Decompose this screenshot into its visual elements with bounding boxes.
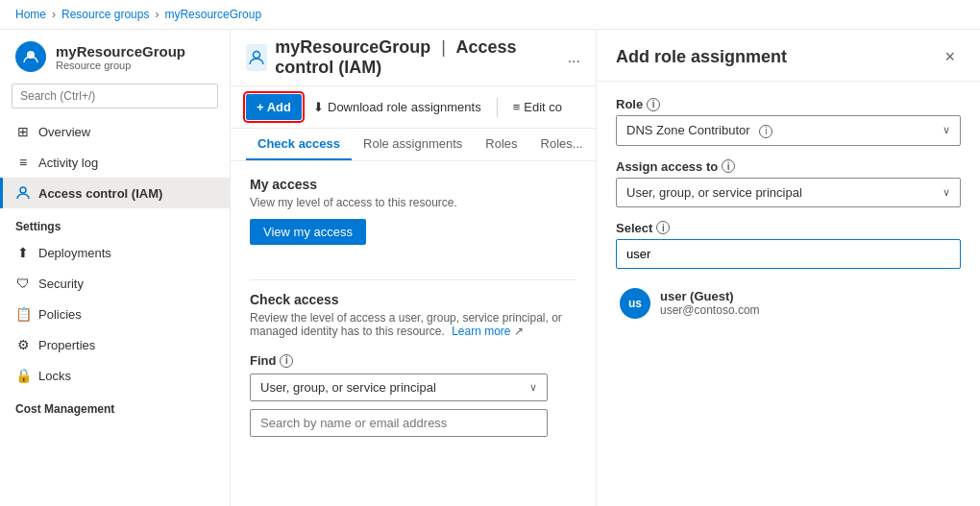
tab-roles2[interactable]: Roles... [529, 129, 595, 160]
sidebar-nav: ⊞ Overview ≡ Activity log Access control… [0, 116, 230, 506]
role-info-icon: i [647, 98, 660, 111]
assign-info-icon: i [722, 159, 735, 173]
svg-point-2 [254, 52, 260, 59]
external-link-icon: ↗ [514, 325, 524, 338]
panel-title: Add role assignment [616, 47, 787, 67]
my-access-title: My access [250, 177, 576, 192]
page-header: myResourceGroup | Access control (IAM) .… [231, 30, 596, 86]
sidebar-item-label-overview: Overview [38, 125, 90, 139]
select-info-icon: i [656, 221, 670, 234]
access-control-icon [15, 185, 31, 201]
panel-close-button[interactable]: × [939, 45, 961, 69]
assign-select-value: User, group, or service principal [626, 185, 802, 200]
find-chevron-icon: ∨ [529, 381, 537, 394]
download-label: Download role assignments [328, 100, 481, 114]
sidebar-title-block: myResourceGroup Resource group [56, 43, 185, 71]
role-select[interactable]: DNS Zone Contributor i ∨ [616, 115, 961, 146]
result-item[interactable]: us user (Guest) user@contoso.com [616, 280, 961, 326]
check-access-section: Check access Review the level of access … [250, 292, 576, 338]
cost-section-label: Cost Management [0, 391, 230, 420]
toolbar: + Add ⬇ Download role assignments ≡ Edit… [231, 86, 596, 129]
add-button[interactable]: + Add [246, 94, 302, 120]
find-info-icon: i [280, 354, 293, 368]
sidebar-item-security[interactable]: 🛡 Security [0, 268, 230, 299]
tab-content: My access View my level of access to thi… [231, 161, 596, 506]
sidebar-item-label-locks: Locks [38, 369, 71, 383]
panel-header: Add role assignment × [597, 30, 980, 82]
properties-icon: ⚙ [15, 337, 31, 352]
breadcrumb-home[interactable]: Home [15, 8, 46, 21]
role-select-value: DNS Zone Contributor i [626, 123, 772, 138]
download-button[interactable]: ⬇ Download role assignments [306, 95, 489, 119]
sidebar-item-label-security: Security [38, 277, 84, 291]
learn-more-link[interactable]: Learn more [452, 325, 510, 338]
sidebar-item-properties[interactable]: ⚙ Properties [0, 329, 230, 360]
sidebar-item-label-properties: Properties [38, 338, 95, 352]
sidebar-header: myResourceGroup Resource group [0, 30, 230, 80]
resource-type: Resource group [56, 60, 185, 71]
content-area: myResourceGroup | Access control (IAM) .… [231, 30, 596, 506]
page-more-icon[interactable]: ... [568, 49, 580, 66]
breadcrumb: Home › Resource groups › myResourceGroup [0, 0, 980, 30]
policies-icon: 📋 [15, 306, 31, 322]
my-access-section: My access View my level of access to thi… [250, 177, 576, 264]
settings-section-label: Settings [0, 208, 230, 237]
breadcrumb-resource-groups[interactable]: Resource groups [61, 8, 149, 21]
page-title: myResourceGroup | Access control (IAM) [275, 37, 555, 78]
breadcrumb-current[interactable]: myResourceGroup [164, 8, 261, 21]
sidebar-item-locks[interactable]: 🔒 Locks [0, 360, 230, 391]
download-icon: ⬇ [313, 100, 324, 114]
deployments-icon: ⬆ [15, 245, 31, 260]
assign-chevron-icon: ∨ [943, 186, 950, 199]
role-chevron-icon: ∨ [943, 124, 950, 136]
resource-name: myResourceGroup [56, 43, 185, 60]
role-field-label: Role i [616, 97, 961, 111]
check-access-desc: Review the level of access a user, group… [250, 311, 576, 338]
sidebar: myResourceGroup Resource group ⊞ Overvie… [0, 30, 231, 506]
sidebar-item-overview[interactable]: ⊞ Overview [0, 116, 230, 147]
breadcrumb-sep2: › [155, 8, 159, 21]
sidebar-item-label-activity: Activity log [38, 156, 98, 170]
find-section: Find i User, group, or service principal… [250, 353, 576, 437]
sidebar-item-label-policies: Policies [38, 307, 82, 322]
tabs: Check access Role assignments Roles Role… [231, 129, 596, 161]
view-my-access-button[interactable]: View my access [250, 219, 366, 245]
section-divider [250, 279, 576, 280]
side-panel: Add role assignment × Role i DNS Zone Co… [596, 30, 980, 506]
iam-header-icon [246, 44, 267, 71]
my-access-desc: View my level of access to this resource… [250, 196, 576, 209]
role-value-info-icon: i [759, 125, 772, 138]
sidebar-search-input[interactable] [12, 84, 218, 108]
sidebar-item-activity-log[interactable]: ≡ Activity log [0, 147, 230, 178]
find-select[interactable]: User, group, or service principal ∨ [250, 373, 548, 401]
sidebar-item-policies[interactable]: 📋 Policies [0, 299, 230, 329]
find-select-value: User, group, or service principal [260, 380, 436, 395]
toolbar-divider [497, 98, 498, 117]
tab-role-assignments[interactable]: Role assignments [352, 129, 474, 160]
sidebar-item-label-access: Access control (IAM) [38, 186, 162, 201]
resource-icon [15, 41, 46, 72]
assign-select[interactable]: User, group, or service principal ∨ [616, 178, 961, 207]
result-email: user@contoso.com [660, 303, 760, 317]
result-avatar: us [620, 288, 650, 319]
sidebar-item-access-control[interactable]: Access control (IAM) [0, 178, 230, 208]
result-name: user (Guest) [660, 289, 760, 303]
check-access-title: Check access [250, 292, 576, 307]
activity-log-icon: ≡ [15, 155, 31, 170]
tab-roles[interactable]: Roles [474, 129, 528, 160]
breadcrumb-sep1: › [52, 8, 56, 21]
security-icon: 🛡 [15, 276, 31, 291]
sidebar-item-deployments[interactable]: ⬆ Deployments [0, 237, 230, 268]
result-info: user (Guest) user@contoso.com [660, 289, 760, 317]
panel-body: Role i DNS Zone Contributor i ∨ Assign a… [597, 82, 980, 506]
locks-icon: 🔒 [15, 368, 31, 383]
sidebar-item-label-deployments: Deployments [38, 246, 111, 260]
select-input[interactable] [616, 239, 961, 269]
assign-field-label: Assign access to i [616, 159, 961, 174]
select-field-label: Select i [616, 221, 961, 235]
edit-label: Edit co [524, 100, 562, 114]
tab-check-access[interactable]: Check access [246, 129, 352, 160]
svg-point-1 [20, 187, 26, 193]
search-input[interactable] [250, 409, 548, 437]
edit-button[interactable]: ≡ Edit co [505, 95, 570, 119]
